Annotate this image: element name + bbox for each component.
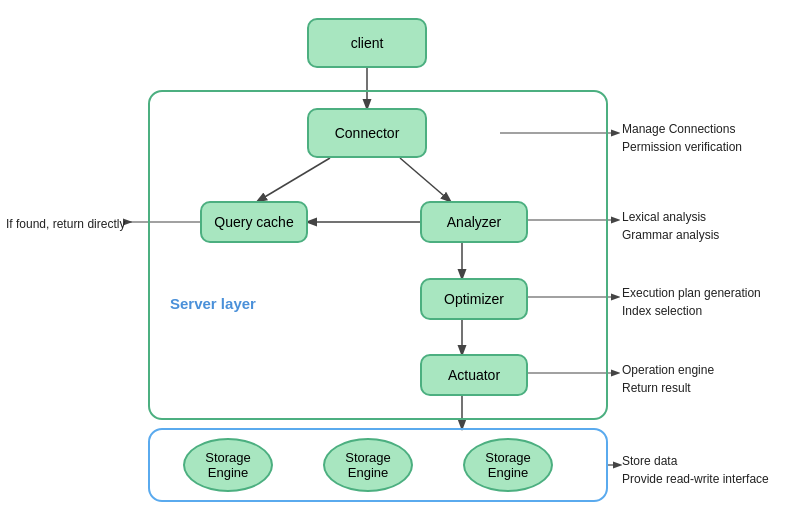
connector-node: Connector	[307, 108, 427, 158]
actuator-node: Actuator	[420, 354, 528, 396]
storage-engine-2-label: Storage Engine	[345, 450, 391, 480]
storage-engine-3-label: Storage Engine	[485, 450, 531, 480]
storage-engine-2: Storage Engine	[323, 438, 413, 492]
actuator-annotation: Operation engine Return result	[622, 361, 714, 397]
storage-engine-1: Storage Engine	[183, 438, 273, 492]
connector-label: Connector	[335, 125, 400, 141]
analyzer-node: Analyzer	[420, 201, 528, 243]
query-cache-annotation: If found, return directly	[6, 215, 125, 233]
storage-engine-3: Storage Engine	[463, 438, 553, 492]
actuator-label: Actuator	[448, 367, 500, 383]
optimizer-label: Optimizer	[444, 291, 504, 307]
optimizer-annotation: Execution plan generation Index selectio…	[622, 284, 761, 320]
optimizer-annotation-text: Execution plan generation Index selectio…	[622, 286, 761, 318]
optimizer-node: Optimizer	[420, 278, 528, 320]
analyzer-annotation: Lexical analysis Grammar analysis	[622, 208, 719, 244]
storage-annotation: Store data Provide read-write interface	[622, 452, 769, 488]
diagram: { "nodes": { "client": { "label": "clien…	[0, 0, 800, 514]
client-label: client	[351, 35, 384, 51]
query-cache-annotation-text: If found, return directly	[6, 217, 125, 231]
client-node: client	[307, 18, 427, 68]
storage-engine-1-label: Storage Engine	[205, 450, 251, 480]
storage-annotation-text: Store data Provide read-write interface	[622, 454, 769, 486]
analyzer-label: Analyzer	[447, 214, 501, 230]
connector-annotation-text: Manage Connections Permission verificati…	[622, 122, 742, 154]
query-cache-label: Query cache	[214, 214, 293, 230]
server-layer-label: Server layer	[170, 295, 256, 312]
connector-annotation: Manage Connections Permission verificati…	[622, 120, 742, 156]
analyzer-annotation-text: Lexical analysis Grammar analysis	[622, 210, 719, 242]
actuator-annotation-text: Operation engine Return result	[622, 363, 714, 395]
query-cache-node: Query cache	[200, 201, 308, 243]
